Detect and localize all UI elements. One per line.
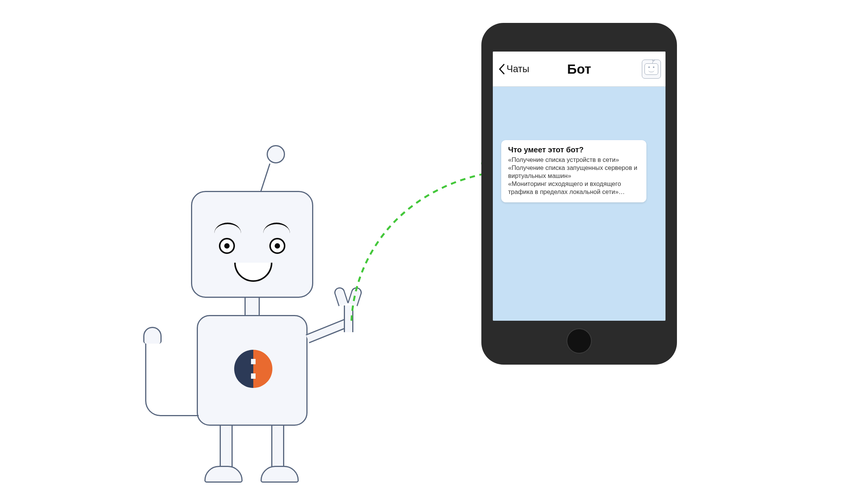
robot-head bbox=[191, 191, 313, 298]
robot-eye-left bbox=[219, 238, 235, 254]
robot-antenna-ball bbox=[267, 145, 285, 163]
chat-title: Бот bbox=[567, 61, 591, 77]
message-line: «Мониторинг исходящего и входящего трафи… bbox=[508, 180, 640, 196]
robot-arm-left bbox=[145, 340, 199, 416]
message-title: Что умеет этот бот? bbox=[508, 145, 640, 154]
robot-mouth bbox=[234, 263, 272, 282]
message-line: «Получение списка устройств в сети» bbox=[508, 156, 640, 164]
message-line: «Получение списка запущенных серверов и … bbox=[508, 164, 640, 180]
robot-eye-right bbox=[269, 238, 285, 254]
bot-avatar-icon[interactable] bbox=[642, 60, 661, 79]
robot-neck bbox=[244, 298, 260, 316]
robot-leg-right bbox=[271, 426, 284, 468]
phone-frame: Чаты Бот Что умеет этот бот? «Получение … bbox=[481, 23, 677, 365]
robot-emblem-icon bbox=[234, 350, 272, 388]
back-button[interactable]: Чаты bbox=[498, 63, 529, 75]
robot-hand-left bbox=[143, 327, 162, 344]
back-label: Чаты bbox=[507, 63, 529, 74]
chat-topbar: Чаты Бот bbox=[493, 52, 665, 87]
phone-screen: Чаты Бот Что умеет этот бот? «Получение … bbox=[493, 52, 665, 321]
chevron-left-icon bbox=[498, 63, 506, 75]
robot-illustration bbox=[138, 145, 374, 504]
phone-home-button[interactable] bbox=[565, 327, 593, 355]
robot-arm-right-upper bbox=[306, 319, 348, 343]
chat-message-bubble: Что умеет этот бот? «Получение списка ус… bbox=[501, 140, 646, 202]
robot-leg-left bbox=[220, 426, 233, 468]
robot-brow-right bbox=[263, 223, 290, 233]
robot-body bbox=[197, 315, 308, 426]
robot-brow-left bbox=[214, 223, 241, 233]
robot-foot-right bbox=[261, 466, 299, 483]
robot-foot-left bbox=[204, 466, 243, 483]
